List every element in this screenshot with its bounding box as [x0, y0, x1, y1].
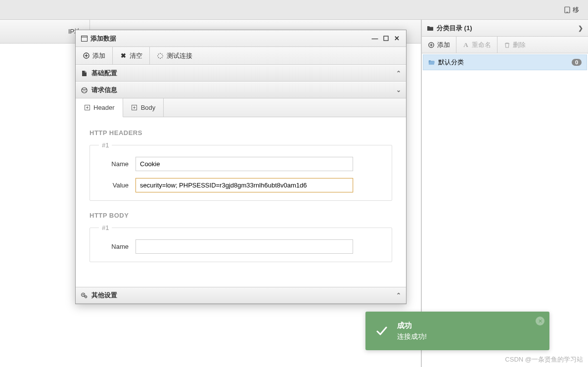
dialog-test-button[interactable]: 测试连接: [150, 47, 199, 64]
window-icon: [81, 35, 88, 42]
headers-group-1: #1 Name Value: [90, 141, 392, 201]
x-icon: ✖: [120, 52, 127, 59]
minimize-button[interactable]: —: [370, 34, 379, 43]
dialog-clear-button[interactable]: ✖ 清空: [113, 47, 150, 64]
tab-header-label: Header: [93, 104, 115, 111]
svg-rect-3: [81, 36, 87, 41]
header-value-input[interactable]: [136, 178, 353, 192]
watermark: CSDN @一条贤鱼的学习站: [505, 355, 583, 364]
toast-message: 连接成功!: [397, 332, 541, 341]
accordion-basic-config[interactable]: 基础配置 ⌃: [76, 65, 406, 82]
accordion-request-label: 请求信息: [91, 86, 117, 94]
http-headers-title: HTTP HEADERS: [90, 129, 392, 137]
http-body-title: HTTP BODY: [90, 212, 392, 219]
header-name-label: Name: [99, 160, 136, 168]
rename-category-button[interactable]: A 重命名: [456, 37, 498, 53]
dialog-clear-label: 清空: [130, 51, 142, 60]
tab-body-label: Body: [141, 104, 156, 111]
trash-icon: [503, 42, 510, 48]
svg-point-19: [83, 294, 84, 295]
dialog-toolbar: 添加 ✖ 清空 测试连接: [76, 47, 406, 65]
delete-category-label: 删除: [513, 41, 526, 49]
right-panel-title: 分类目录 (1): [437, 24, 472, 33]
body-name-label: Name: [99, 243, 136, 250]
header-value-label: Value: [99, 182, 136, 189]
dialog-test-label: 测试连接: [167, 51, 192, 60]
svg-point-15: [82, 88, 87, 93]
rename-category-label: 重命名: [472, 41, 491, 49]
body-name-input[interactable]: [136, 239, 353, 254]
top-bar: 移: [0, 0, 588, 20]
right-panel-toolbar: 添加 A 重命名 删除: [422, 37, 588, 53]
category-count-badge: 0: [572, 59, 582, 66]
chevron-down-icon: ⌄: [396, 87, 401, 93]
spinner-icon: [157, 52, 164, 59]
plus-square-icon: [84, 104, 90, 111]
delete-category-button[interactable]: 删除: [498, 37, 532, 53]
tab-header[interactable]: Header: [76, 98, 123, 117]
maximize-button[interactable]: [381, 34, 390, 43]
accordion-other-settings[interactable]: 其他设置 ⌃: [76, 287, 406, 304]
accordion-basic-label: 基础配置: [91, 69, 117, 78]
folder-icon: [427, 25, 434, 32]
svg-line-14: [162, 53, 162, 54]
add-category-label: 添加: [437, 41, 450, 49]
add-category-button[interactable]: 添加: [422, 37, 456, 53]
svg-line-13: [158, 57, 159, 57]
success-toast: 成功 连接成功! ✕: [365, 312, 549, 350]
top-bar-mobile[interactable]: 移: [561, 3, 582, 16]
body-group-legend: #1: [99, 224, 112, 231]
body-group-1: #1 Name: [90, 224, 392, 262]
chevron-up-icon: ⌃: [396, 292, 401, 299]
svg-line-11: [158, 53, 159, 54]
svg-rect-1: [566, 12, 568, 12]
dialog-titlebar[interactable]: 添加数据 — ✕: [76, 30, 406, 47]
dialog-title-text: 添加数据: [90, 34, 116, 43]
plus-circle-icon: [83, 52, 90, 59]
chevron-right-icon: ❯: [578, 25, 583, 32]
toast-title: 成功: [397, 321, 541, 330]
svg-line-12: [162, 57, 162, 57]
tab-body[interactable]: Body: [123, 98, 164, 117]
plus-square-icon: [131, 104, 138, 111]
right-panel-header[interactable]: 分类目录 (1) ❯: [422, 20, 588, 37]
document-icon: [81, 70, 88, 77]
tabs-bar: Header Body: [76, 98, 406, 117]
gears-icon: [81, 292, 88, 299]
toast-close-button[interactable]: ✕: [536, 317, 544, 325]
browser-icon: [81, 87, 88, 93]
close-button[interactable]: ✕: [392, 34, 401, 43]
dialog-content[interactable]: HTTP HEADERS #1 Name Value HTTP BODY #1 …: [76, 117, 406, 287]
dialog-add-button[interactable]: 添加: [76, 47, 113, 64]
headers-group-legend: #1: [99, 141, 112, 149]
header-name-input[interactable]: [136, 157, 353, 171]
font-icon: A: [462, 42, 469, 48]
top-bar-mobile-label: 移: [573, 5, 579, 14]
mobile-icon: [564, 6, 571, 13]
category-name: 默认分类: [438, 58, 464, 67]
svg-rect-5: [384, 36, 388, 41]
checkmark-icon: [374, 323, 389, 338]
svg-point-21: [86, 296, 87, 297]
plus-circle-icon: [428, 42, 435, 48]
accordion-other-label: 其他设置: [91, 291, 117, 300]
folder-open-icon: [428, 59, 435, 66]
accordion-request-info[interactable]: 请求信息 ⌄: [76, 82, 406, 98]
add-data-dialog: 添加数据 — ✕ 添加 ✖ 清空 测试连接: [75, 30, 407, 304]
chevron-up-icon: ⌃: [396, 70, 401, 77]
dialog-add-label: 添加: [92, 51, 105, 60]
category-item-default[interactable]: 默认分类 0: [423, 54, 587, 70]
